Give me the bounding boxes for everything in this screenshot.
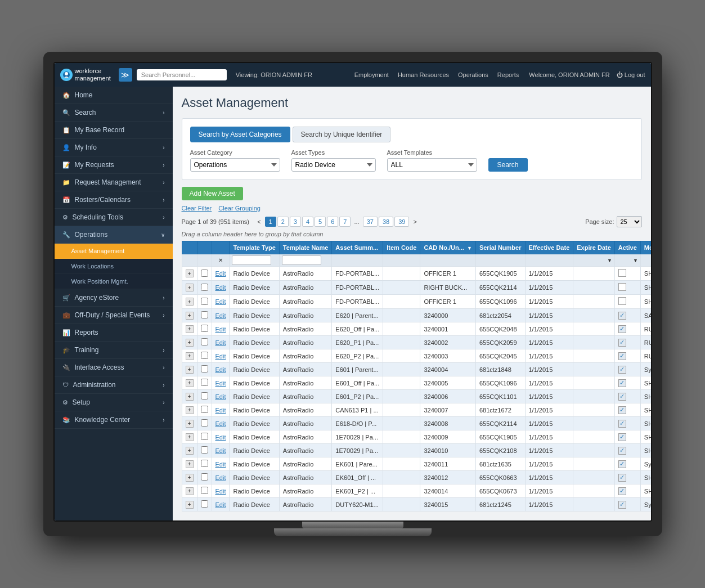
page-link-1[interactable]: 1 (265, 217, 276, 227)
sidebar-item-my-requests[interactable]: 📝 My Requests › (55, 156, 173, 174)
operations-nav-link[interactable]: Operations (455, 69, 492, 80)
row-checkbox[interactable] (201, 298, 208, 305)
page-link-5[interactable]: 5 (315, 217, 326, 227)
edit-link[interactable]: Edit (215, 420, 226, 427)
sidebar-item-home[interactable]: 🏠 Home (55, 87, 173, 104)
sidebar-item-interface-access[interactable]: 🔌 Interface Access › (55, 359, 173, 376)
edit-link[interactable]: Edit (215, 434, 226, 441)
row-checkbox[interactable] (201, 419, 208, 427)
sidebar-item-search[interactable]: 🔍 Search › (55, 104, 173, 122)
edit-link[interactable]: Edit (215, 474, 226, 481)
page-link-7[interactable]: 7 (339, 217, 351, 227)
sidebar-item-administration[interactable]: 🛡 Administration › (55, 376, 173, 394)
edit-link[interactable]: Edit (215, 326, 226, 333)
sidebar-item-training[interactable]: 🎓 Training › (55, 342, 173, 359)
sidebar-item-request-management[interactable]: 📁 Request Management › (55, 174, 173, 191)
row-checkbox[interactable] (201, 487, 208, 494)
edit-link[interactable]: Edit (215, 407, 226, 414)
expand-button[interactable]: + (186, 406, 194, 414)
expand-button[interactable]: + (186, 501, 194, 509)
row-checkbox[interactable] (201, 473, 208, 481)
filter-template-type-input[interactable] (232, 255, 271, 265)
row-checkbox[interactable] (201, 406, 208, 413)
page-link-37[interactable]: 37 (363, 217, 378, 227)
col-header-cad-no[interactable]: CAD No./Un... ▼ (420, 241, 475, 254)
expand-button[interactable]: + (186, 433, 194, 441)
edit-link[interactable]: Edit (215, 284, 226, 291)
page-link-6[interactable]: 6 (327, 217, 338, 227)
page-link-39[interactable]: 39 (394, 217, 409, 227)
edit-link[interactable]: Edit (215, 339, 226, 346)
expand-button[interactable]: + (186, 460, 194, 468)
edit-link[interactable]: Edit (215, 447, 226, 454)
sidebar-item-reports[interactable]: 📊 Reports (55, 324, 173, 342)
page-link-3[interactable]: 3 (290, 217, 301, 227)
expand-button[interactable]: + (186, 366, 194, 374)
expand-button[interactable]: + (186, 447, 194, 455)
sidebar-sub-item-work-position[interactable]: Work Position Mgmt. (55, 274, 173, 289)
row-checkbox[interactable] (201, 270, 208, 277)
row-checkbox[interactable] (201, 284, 208, 291)
sidebar-item-base-record[interactable]: 📋 My Base Record (55, 122, 173, 139)
page-size-select[interactable]: 25 50 100 (617, 216, 642, 227)
search-button[interactable]: Search (488, 158, 528, 172)
reports-nav-link[interactable]: Reports (494, 69, 523, 80)
edit-link[interactable]: Edit (215, 353, 226, 360)
expand-button[interactable]: + (186, 379, 194, 387)
sidebar-item-scheduling[interactable]: ⚙ Scheduling Tools › (55, 209, 173, 226)
clear-grouping-link[interactable]: Clear Grouping (218, 205, 261, 212)
sidebar-item-operations[interactable]: 🔧 Operations ∨ (55, 226, 173, 244)
page-link-4[interactable]: 4 (302, 217, 313, 227)
sidebar-item-rosters[interactable]: 📅 Rosters/Calendars › (55, 191, 173, 209)
edit-link[interactable]: Edit (215, 298, 226, 305)
asset-category-select[interactable]: Operations All Categories (190, 158, 280, 172)
expand-button[interactable]: + (186, 474, 194, 482)
expand-button[interactable]: + (186, 270, 194, 277)
row-checkbox[interactable] (201, 500, 208, 508)
edit-link[interactable]: Edit (215, 501, 226, 508)
sidebar-item-my-info[interactable]: 👤 My Info › (55, 139, 173, 156)
row-checkbox[interactable] (201, 392, 208, 400)
row-checkbox[interactable] (201, 352, 208, 359)
expand-button[interactable]: + (186, 312, 194, 320)
row-checkbox[interactable] (201, 311, 208, 318)
sidebar-sub-item-work-locations[interactable]: Work Locations (55, 259, 173, 274)
sidebar-item-setup[interactable]: ⚙ Setup › (55, 394, 173, 411)
edit-link[interactable]: Edit (215, 312, 226, 319)
edit-link[interactable]: Edit (215, 366, 226, 373)
sidebar-item-agency-estore[interactable]: 🛒 Agency eStore › (55, 289, 173, 307)
page-link-2[interactable]: 2 (277, 217, 289, 227)
row-checkbox[interactable] (201, 446, 208, 454)
page-link-38[interactable]: 38 (379, 217, 393, 227)
search-personnel-input[interactable] (137, 69, 227, 80)
human-resources-nav-link[interactable]: Human Resources (394, 69, 452, 80)
row-checkbox[interactable] (201, 460, 208, 467)
expand-button[interactable]: + (186, 298, 194, 306)
sidebar-sub-item-asset-management[interactable]: Asset Management (55, 244, 173, 259)
asset-templates-select[interactable]: ALL (387, 158, 477, 172)
edit-link[interactable]: Edit (215, 488, 226, 495)
edit-link[interactable]: Edit (215, 380, 226, 387)
expand-button[interactable]: + (186, 325, 194, 333)
filter-template-name-input[interactable] (282, 255, 321, 265)
clear-filter-link[interactable]: Clear Filter (182, 205, 212, 212)
asset-types-select[interactable]: Radio Device All Types (291, 158, 376, 172)
employment-nav-link[interactable]: Employment (351, 69, 392, 80)
edit-link[interactable]: Edit (215, 270, 226, 277)
tab-search-identifier[interactable]: Search by Unique Identifier (293, 127, 391, 142)
expand-button[interactable]: + (186, 393, 194, 401)
logout-button[interactable]: ⏻ Log out (617, 71, 645, 78)
expand-button[interactable]: + (186, 339, 194, 347)
add-new-asset-button[interactable]: Add New Asset (182, 187, 243, 200)
row-checkbox[interactable] (201, 365, 208, 372)
edit-link[interactable]: Edit (215, 393, 226, 400)
prev-page-button[interactable]: < (254, 217, 263, 226)
expand-button[interactable]: + (186, 284, 194, 291)
row-checkbox[interactable] (201, 338, 208, 345)
row-checkbox[interactable] (201, 433, 208, 440)
row-checkbox[interactable] (201, 379, 208, 386)
expand-button[interactable]: + (186, 487, 194, 495)
sidebar-item-off-duty[interactable]: 💼 Off-Duty / Special Events › (55, 307, 173, 324)
next-page-button[interactable]: > (410, 217, 419, 226)
row-checkbox[interactable] (201, 325, 208, 332)
